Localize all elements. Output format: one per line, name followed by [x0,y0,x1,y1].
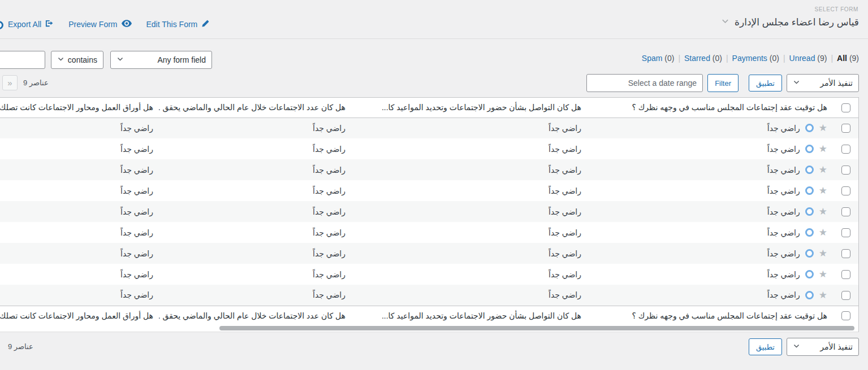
view-all-count: (9) [849,54,859,63]
row-checkbox[interactable] [841,166,850,175]
star-icon[interactable]: ★ [819,123,827,133]
unread-circle-icon[interactable] [805,166,814,174]
date-range-input[interactable] [586,74,703,92]
row-checkbox[interactable] [841,207,850,216]
cell-value: راضي جداً [351,285,587,306]
view-spam-link[interactable]: Spam (0) [642,54,675,63]
table-footer-row: هل توقيت عقد إجتماعات المجلس مناسب في وج… [0,306,858,325]
export-all-label: Export All [8,20,41,29]
cell-value: راضي جداً [159,243,351,264]
row-checkbox[interactable] [841,145,850,154]
row-checkbox[interactable] [841,186,850,195]
table-row: ★راضي جداًراضي جداًراضي جداًراضي جداً [0,222,858,243]
star-icon[interactable]: ★ [819,269,827,279]
select-all-checkbox[interactable] [841,103,850,112]
star-icon[interactable]: ★ [819,207,827,216]
cell-value: راضي جداً [0,138,159,159]
eye-icon [122,20,132,29]
apply-button[interactable]: تطبيق [749,338,782,355]
unread-circle-icon[interactable] [805,124,814,132]
apply-button[interactable]: تطبيق [749,75,782,92]
column-header: هل كان عدد الاجتماعات خلال عام الحالي وا… [159,98,351,117]
unread-circle-icon[interactable] [805,145,814,153]
cell-value: راضي جداً [351,138,587,159]
row-checkbox[interactable] [841,124,850,133]
select-all-checkbox[interactable] [841,311,850,320]
search-operator-select[interactable]: contains [51,51,103,69]
cell-value: راضي جداً [767,290,800,299]
unread-circle-icon[interactable] [805,228,814,237]
entries-table-wrap: هل توقيت عقد إجتماعات المجلس مناسب في وج… [0,97,859,326]
table-row: ★راضي جداًراضي جداًراضي جداًراضي جداً [0,285,858,306]
cell-value: راضي جداً [767,124,800,133]
cell-value: راضي جداً [351,264,587,285]
row-checkbox[interactable] [841,270,850,279]
row-checkbox[interactable] [841,228,850,237]
row-checkbox[interactable] [841,249,850,258]
view-filter-links: Spam (0)|Starred (0)|Payments (0)|Unread… [642,54,859,63]
form-title-text: قياس رضا اعضاء مجلس الإدارة [735,16,859,28]
cell-value: راضي جداً [767,186,800,195]
table-body: ★راضي جداًراضي جداًراضي جداًراضي جداً★را… [0,117,858,306]
cell-value: راضي جداً [767,207,800,216]
unread-circle-icon[interactable] [805,270,814,278]
cell-value: راضي جداً [351,222,587,243]
unread-circle-icon[interactable] [805,291,814,299]
table-row: ★راضي جداًراضي جداًراضي جداًراضي جداً [0,264,858,285]
cutoff-icon[interactable] [0,21,3,29]
unread-circle-icon[interactable] [805,249,814,258]
column-header: هل أوراق العمل ومحاور الاجتماعات كانت تص… [0,98,159,117]
export-all-link[interactable]: Export All [8,19,54,29]
scrollbar-thumb[interactable] [219,326,854,330]
cell-value: راضي جداً [159,201,351,222]
chevron-down-icon [721,17,729,28]
search-input[interactable] [0,51,45,69]
star-icon[interactable]: ★ [819,249,827,258]
column-header: هل توقيت عقد إجتماعات المجلس مناسب في وج… [587,98,833,117]
cell-value: راضي جداً [351,243,587,264]
column-header: هل توقيت عقد إجتماعات المجلس مناسب في وج… [587,306,833,325]
bulk-action-select[interactable]: تنفيذ الأمر [787,74,859,92]
column-header: هل كان التواصل بشأن حضور الاجتماعات وتحد… [351,98,587,117]
view-unread-link[interactable]: Unread (9) [789,54,827,63]
pagination-last-button[interactable]: » [2,75,18,90]
items-count: 9 عناصر [23,79,49,87]
star-icon[interactable]: ★ [819,144,827,154]
star-icon[interactable]: ★ [819,290,827,300]
view-all-link[interactable]: All (9) [837,54,859,63]
entries-table: هل توقيت عقد إجتماعات المجلس مناسب في وج… [0,98,858,325]
column-header: هل كان التواصل بشأن حضور الاجتماعات وتحد… [351,306,587,325]
separator: | [783,54,785,63]
filter-button[interactable]: Filter [707,74,739,92]
star-icon[interactable]: ★ [819,228,827,237]
cell-value: راضي جداً [767,249,800,258]
bulk-action-value: تنفيذ الأمر [820,342,853,351]
cell-value: راضي جداً [0,264,159,285]
cell-value: راضي جداً [351,180,587,201]
edit-form-link[interactable]: Edit This Form [146,20,210,29]
unread-circle-icon[interactable] [805,207,814,216]
table-actions-toolbar: Filter تطبيق تنفيذ الأمر [586,74,859,92]
preview-form-link[interactable]: Preview Form [68,20,131,29]
star-icon[interactable]: ★ [819,186,827,195]
table-row: ★راضي جداًراضي جداًراضي جداًراضي جداً [0,138,858,159]
cell-value: راضي جداً [351,117,587,138]
separator: | [678,54,680,63]
view-payments-link[interactable]: Payments (0) [732,54,779,63]
separator: | [831,54,833,63]
cell-value: راضي جداً [159,117,351,138]
view-unread-count: (9) [817,54,827,63]
form-selector-dropdown[interactable]: قياس رضا اعضاء مجلس الإدارة [721,16,859,28]
items-count: 9 عناصر [8,342,33,351]
unread-circle-icon[interactable] [805,186,814,195]
search-field-select[interactable]: Any form field [110,51,212,69]
preview-form-label: Preview Form [68,20,117,29]
table-header-row: هل توقيت عقد إجتماعات المجلس مناسب في وج… [0,98,858,117]
row-checkbox[interactable] [841,291,850,300]
view-starred-link[interactable]: Starred (0) [684,54,722,63]
star-icon[interactable]: ★ [819,165,827,175]
bulk-action-select[interactable]: تنفيذ الأمر [787,338,859,356]
column-header: هل كان عدد الاجتماعات خلال عام الحالي وا… [159,306,351,325]
bulk-action-value: تنفيذ الأمر [820,79,853,88]
search-field-value: Any form field [157,55,206,64]
